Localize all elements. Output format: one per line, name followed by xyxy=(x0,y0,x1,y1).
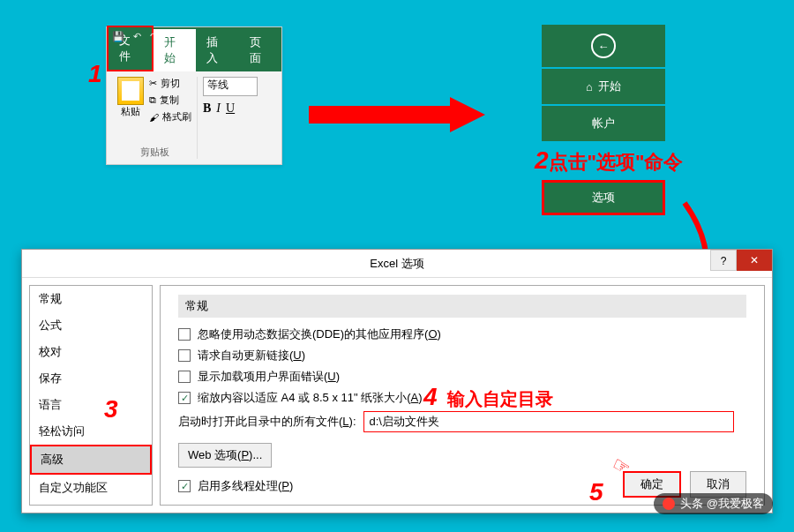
sidebar-item-0[interactable]: 常规 xyxy=(30,286,152,312)
option-update-links[interactable]: 请求自动更新链接(U) xyxy=(178,348,746,363)
tab-layout[interactable]: 页面 xyxy=(239,29,282,71)
font-group: 等线 B I U xyxy=(203,77,258,159)
scissors-icon: ✂ xyxy=(149,78,157,89)
checkbox-scale-a4[interactable] xyxy=(178,392,191,404)
brush-icon: 🖌 xyxy=(149,112,159,123)
qat-more-icon[interactable]: ▾ xyxy=(167,31,172,42)
annotation-step2: 2点击"选项"命令 xyxy=(535,146,683,176)
annotation-step4: 4 输入自定目录 xyxy=(423,383,553,411)
bold-button[interactable]: B xyxy=(203,101,211,116)
checkbox-dde[interactable] xyxy=(178,328,191,341)
sidebar-item-1[interactable]: 公式 xyxy=(30,312,152,339)
paste-label: 粘贴 xyxy=(121,105,140,118)
backstage-account[interactable]: 帐户 xyxy=(542,106,665,141)
back-arrow-icon: ← xyxy=(591,34,616,58)
option-startup-path: 启动时打开此目录中的所有文件(L): xyxy=(178,411,746,432)
section-header: 常规 xyxy=(178,295,746,318)
clipboard-actions: ✂剪切 ⧉复制 🖌格式刷 xyxy=(149,77,191,124)
excel-ribbon-window: 💾 ↶ ↷ ▾ 文件 开始 插入 页面 粘贴 ✂剪切 ⧉复制 🖌格式刷 剪贴板 xyxy=(106,26,282,165)
tab-insert[interactable]: 插入 xyxy=(196,29,239,71)
web-options-button[interactable]: Web 选项(P)... xyxy=(178,443,272,468)
backstage-back-button[interactable]: ← xyxy=(542,25,665,67)
backstage-options[interactable]: 选项 xyxy=(542,180,665,215)
startup-path-input[interactable] xyxy=(363,411,734,432)
copy-button[interactable]: ⧉复制 xyxy=(149,94,191,107)
dialog-title: Excel 选项 xyxy=(370,257,423,270)
checkbox-multithread[interactable] xyxy=(178,480,191,492)
redo-icon[interactable]: ↷ xyxy=(150,31,158,42)
annotation-step3: 3 xyxy=(104,395,118,423)
sidebar-item-4[interactable]: 语言 xyxy=(30,392,152,418)
home-icon: ⌂ xyxy=(586,80,593,94)
tab-home[interactable]: 开始 xyxy=(154,29,197,71)
annotation-step1: 1 xyxy=(88,60,102,88)
annotation-arrow-right xyxy=(309,97,485,132)
ribbon-body: 粘贴 ✂剪切 ⧉复制 🖌格式刷 剪贴板 等线 B I U xyxy=(107,71,281,164)
checkbox-update-links[interactable] xyxy=(178,349,191,362)
copy-icon: ⧉ xyxy=(149,94,156,106)
clipboard-group: 粘贴 ✂剪切 ⧉复制 🖌格式刷 剪贴板 xyxy=(112,77,198,159)
sidebar-item-2[interactable]: 校对 xyxy=(30,339,152,365)
ribbon-tabs: 文件 开始 插入 页面 xyxy=(107,45,281,71)
backstage-home[interactable]: ⌂ 开始 xyxy=(542,69,665,104)
cut-button[interactable]: ✂剪切 xyxy=(149,77,191,90)
backstage-menu: ← ⌂ 开始 帐户 选项 xyxy=(542,25,665,217)
startup-path-label: 启动时打开此目录中的所有文件(L): xyxy=(178,414,356,430)
font-name-select[interactable]: 等线 xyxy=(203,77,258,96)
watermark: 头条 @我爱极客 xyxy=(654,493,773,514)
clipboard-group-label: 剪贴板 xyxy=(140,146,169,159)
dialog-sidebar[interactable]: 常规公式校对保存语言轻松访问高级自定义功能区 xyxy=(29,285,153,506)
format-painter-button[interactable]: 🖌格式刷 xyxy=(149,110,191,124)
italic-button[interactable]: I xyxy=(216,101,221,116)
save-icon[interactable]: 💾 xyxy=(112,31,124,42)
dialog-title-bar: Excel 选项 ? ✕ xyxy=(22,250,772,278)
sidebar-item-6[interactable]: 高级 xyxy=(30,445,152,475)
sidebar-item-3[interactable]: 保存 xyxy=(30,365,152,392)
sidebar-item-5[interactable]: 轻松访问 xyxy=(30,418,152,445)
sidebar-item-7[interactable]: 自定义功能区 xyxy=(30,475,152,501)
undo-icon[interactable]: ↶ xyxy=(133,31,141,42)
excel-options-dialog: Excel 选项 ? ✕ 常规公式校对保存语言轻松访问高级自定义功能区 常规 忽… xyxy=(21,249,773,513)
dialog-help-button[interactable]: ? xyxy=(710,250,737,271)
option-dde[interactable]: 忽略使用动态数据交换(DDE)的其他应用程序(O) xyxy=(178,326,746,342)
watermark-icon xyxy=(663,498,675,510)
paste-icon xyxy=(117,77,144,105)
checkbox-addin-errors[interactable] xyxy=(178,371,191,383)
annotation-step5: 5 xyxy=(589,478,603,506)
underline-button[interactable]: U xyxy=(226,101,235,116)
dialog-close-button[interactable]: ✕ xyxy=(737,250,772,271)
paste-button[interactable]: 粘贴 xyxy=(117,77,144,124)
